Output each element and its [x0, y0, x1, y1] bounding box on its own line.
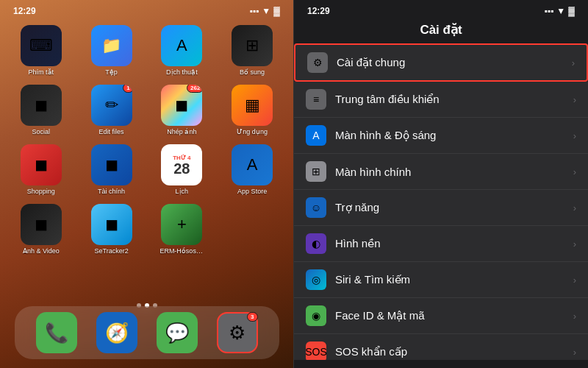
wifi-icon: ▼: [262, 6, 270, 16]
status-bar-left: 12:29 ▪▪▪ ▼ ▓: [0, 0, 293, 19]
app-appstore[interactable]: A App Store: [220, 144, 284, 195]
settings-section-0: ⚙ Cài đặt chung › ≡ Trung tâm điều khiển…: [294, 43, 588, 360]
app-translate[interactable]: A Dịch thuật: [150, 25, 215, 76]
label-files: Tệp: [105, 68, 118, 76]
status-bar-right: 12:29 ▪▪▪ ▼ ▓: [294, 0, 588, 19]
chevron-faceid: ›: [573, 311, 576, 322]
chevron-screen: ›: [573, 166, 576, 177]
chevron-accessibility: ›: [573, 202, 576, 213]
app-photos[interactable]: ◼ 262 Nhép ảnh: [150, 85, 215, 135]
left-phone: 12:29 ▪▪▪ ▼ ▓ ⌨ Phím tắt 📁 Tệp A Dịch: [0, 0, 294, 368]
signal-icon-right: ▪▪▪: [545, 6, 554, 16]
settings-row-faceid[interactable]: ◉ Face ID & Mật mã ›: [294, 298, 588, 334]
app-apps[interactable]: ▦ Ứng dụng: [220, 85, 284, 135]
app-setracker[interactable]: ◼ SeTracker2: [79, 204, 144, 255]
settings-icon-control: ≡: [306, 89, 326, 110]
app-files[interactable]: 📁 Tệp: [79, 25, 144, 76]
dock-settings[interactable]: ⚙3: [217, 312, 258, 353]
time-right: 12:29: [307, 6, 330, 16]
settings-row-control[interactable]: ≡ Trung tâm điều khiển ›: [294, 82, 588, 118]
icon-editfiles: ✏ 1: [91, 85, 132, 126]
icon-files: 📁: [91, 25, 132, 66]
icon-shopping: ◼: [21, 144, 62, 185]
settings-list[interactable]: ⚙ Cài đặt chung › ≡ Trung tâm điều khiển…: [294, 43, 588, 360]
settings-row-display[interactable]: A Màn hình & Độ sáng ›: [294, 118, 588, 154]
settings-label-display: Màn hình & Độ sáng: [335, 129, 573, 142]
dock-messages[interactable]: 💬: [157, 312, 198, 353]
wifi-icon-right: ▼: [556, 6, 565, 16]
app-video[interactable]: ◼ Ảnh & Video: [9, 204, 74, 255]
icon-addons: ⊞: [232, 25, 273, 66]
label-shortcuts: Phím tắt: [29, 68, 54, 76]
chevron-control: ›: [573, 94, 576, 105]
label-finance: Tài chính: [98, 188, 125, 195]
settings-icon-sos: SOS: [306, 342, 326, 360]
chevron-display: ›: [573, 130, 576, 141]
app-grid: ⌨ Phím tắt 📁 Tệp A Dịch thuật ⊞ Bổ sung: [0, 19, 293, 261]
settings-row-general[interactable]: ⚙ Cài đặt chung ›: [294, 43, 588, 82]
dock-badge-settings: 3: [247, 312, 257, 322]
icon-erm: +: [161, 204, 202, 245]
settings-label-general: Cài đặt chung: [337, 56, 572, 69]
icon-shortcuts: ⌨: [21, 25, 62, 66]
signal-icon: ▪▪▪: [250, 6, 259, 16]
icon-appstore: A: [232, 144, 273, 185]
battery-icon: ▓: [273, 6, 280, 16]
settings-row-screen[interactable]: ⊞ Màn hình chính ›: [294, 154, 588, 190]
label-erm: ERM-Hồsosuck...: [159, 247, 204, 255]
settings-icon-accessibility: ☺: [306, 197, 326, 218]
label-translate: Dịch thuật: [166, 68, 198, 76]
settings-label-control: Trung tâm điều khiển: [335, 93, 573, 106]
settings-icon-faceid: ◉: [306, 305, 326, 326]
label-calendar: Lịch: [176, 188, 189, 195]
chevron-general: ›: [572, 57, 575, 68]
settings-icon-general: ⚙: [307, 52, 328, 73]
icon-apps: ▦: [232, 85, 273, 126]
settings-icon-siri: ◎: [306, 269, 326, 290]
app-social[interactable]: ◼ Social: [9, 85, 74, 135]
battery-icon-right: ▓: [568, 6, 575, 16]
settings-label-siri: Siri & Tìm kiếm: [335, 273, 573, 286]
icon-translate: A: [161, 25, 202, 66]
icon-photos: ◼ 262: [161, 85, 202, 126]
label-social: Social: [32, 128, 51, 135]
label-appstore: App Store: [237, 188, 267, 195]
settings-row-sos[interactable]: SOS SOS khẩn cấp ›: [294, 334, 588, 360]
right-phone: 12:29 ▪▪▪ ▼ ▓ Cài đặt ⚙ Cài đặt chung › …: [294, 0, 588, 368]
status-icons-right: ▪▪▪ ▼ ▓: [545, 6, 575, 16]
icon-video: ◼: [21, 204, 62, 245]
dock-safari[interactable]: 🧭: [96, 312, 137, 353]
app-shortcuts[interactable]: ⌨ Phím tắt: [9, 25, 74, 76]
label-apps: Ứng dụng: [237, 128, 268, 135]
time-left: 12:29: [13, 6, 36, 16]
settings-label-wallpaper: Hình nền: [335, 237, 573, 250]
settings-icon-display: A: [306, 125, 326, 146]
dock: 📞🧭💬⚙3: [15, 306, 279, 359]
settings-label-screen: Màn hình chính: [335, 166, 573, 178]
status-icons-left: ▪▪▪ ▼ ▓: [250, 6, 280, 16]
app-calendar[interactable]: THỨ 428 Lịch: [150, 144, 215, 195]
app-addons[interactable]: ⊞ Bổ sung: [220, 25, 284, 76]
app-erm[interactable]: + ERM-Hồsosuck...: [150, 204, 215, 255]
settings-row-accessibility[interactable]: ☺ Trợ năng ›: [294, 190, 588, 226]
settings-icon-wallpaper: ◐: [306, 233, 326, 254]
app-finance[interactable]: ◼ Tài chính: [79, 144, 144, 195]
settings-row-siri[interactable]: ◎ Siri & Tìm kiếm ›: [294, 262, 588, 298]
label-video: Ảnh & Video: [23, 247, 60, 255]
settings-icon-screen: ⊞: [306, 161, 326, 182]
label-setracker: SeTracker2: [95, 247, 129, 255]
label-photos: Nhép ảnh: [167, 128, 196, 135]
icon-setracker: ◼: [91, 204, 132, 245]
settings-label-faceid: Face ID & Mật mã: [335, 309, 573, 322]
settings-row-wallpaper[interactable]: ◐ Hình nền ›: [294, 226, 588, 262]
chevron-sos: ›: [573, 347, 576, 358]
label-editfiles: Edit files: [99, 128, 124, 135]
icon-calendar: THỨ 428: [161, 144, 202, 185]
chevron-wallpaper: ›: [573, 238, 576, 250]
app-shopping[interactable]: ◼ Shopping: [9, 144, 74, 195]
settings-label-accessibility: Trợ năng: [335, 201, 573, 214]
chevron-siri: ›: [573, 275, 576, 286]
badge-photos: 262: [187, 85, 202, 93]
dock-phone[interactable]: 📞: [36, 312, 77, 353]
app-editfiles[interactable]: ✏ 1 Edit files: [79, 85, 144, 135]
